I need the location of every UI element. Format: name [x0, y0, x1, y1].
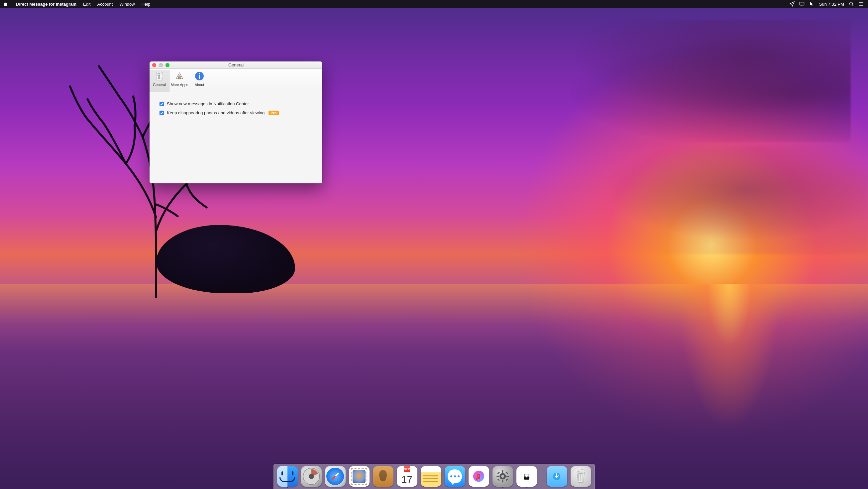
- calendar-day: 17: [401, 472, 412, 487]
- launchpad-icon: [301, 466, 322, 487]
- menu-edit[interactable]: Edit: [80, 2, 94, 7]
- pref-notifications-label: Show new messages in Notification Center: [167, 101, 249, 106]
- menu-help[interactable]: Help: [138, 2, 154, 7]
- dock-mail[interactable]: [349, 466, 370, 488]
- dock-itunes[interactable]: [469, 466, 489, 488]
- toolbar-label: About: [195, 83, 205, 87]
- dock-direct-message[interactable]: [517, 466, 537, 488]
- direct-message-icon: [517, 466, 537, 487]
- calendar-month: SEP: [404, 466, 410, 472]
- toolbar-label: General: [153, 83, 166, 87]
- svg-point-8: [161, 73, 161, 74]
- trash-icon: [570, 466, 591, 487]
- itunes-icon: [469, 466, 489, 487]
- svg-rect-25: [505, 472, 508, 475]
- svg-rect-22: [506, 476, 509, 477]
- calendar-icon: SEP 17: [397, 466, 417, 487]
- dock-finder[interactable]: [277, 466, 298, 488]
- svg-rect-19: [502, 470, 503, 473]
- status-cursor-icon[interactable]: [809, 1, 814, 7]
- svg-rect-14: [199, 75, 200, 79]
- system-preferences-icon: [493, 466, 513, 487]
- preferences-toolbar: General More Apps: [150, 69, 322, 92]
- dock-calendar[interactable]: SEP 17: [397, 466, 417, 488]
- svg-point-4: [859, 5, 859, 6]
- svg-point-9: [161, 78, 161, 79]
- pro-badge: Pro: [269, 110, 278, 115]
- about-icon: [194, 71, 205, 82]
- dock-trash[interactable]: [570, 466, 591, 488]
- checkbox-keep-media[interactable]: [159, 110, 164, 115]
- preferences-window: General General: [150, 61, 322, 183]
- menu-clock[interactable]: Sun 7:32 PM: [819, 2, 844, 7]
- messages-icon: [445, 466, 465, 487]
- mail-icon: [349, 466, 370, 487]
- contacts-icon: [373, 466, 394, 487]
- dock-launchpad[interactable]: [301, 466, 322, 488]
- app-name[interactable]: Direct Message for Instagram: [12, 2, 80, 7]
- window-close-button[interactable]: [152, 63, 156, 67]
- status-send-icon[interactable]: [789, 1, 795, 7]
- svg-rect-24: [505, 478, 508, 481]
- window-title: General: [228, 62, 244, 67]
- window-titlebar[interactable]: General: [150, 61, 322, 69]
- dock-separator: [542, 467, 542, 486]
- downloads-icon: [547, 466, 567, 487]
- toolbar-tab-more-apps[interactable]: More Apps: [169, 70, 189, 92]
- dock-messages[interactable]: [445, 466, 465, 488]
- spotlight-icon[interactable]: [849, 1, 854, 7]
- notes-icon: [421, 466, 441, 487]
- safari-icon: [325, 466, 346, 487]
- svg-rect-21: [496, 476, 499, 477]
- svg-rect-0: [800, 2, 804, 5]
- toolbar-tab-general[interactable]: General: [150, 70, 169, 92]
- apple-menu[interactable]: [3, 2, 8, 6]
- svg-point-13: [199, 73, 200, 74]
- svg-point-27: [501, 475, 504, 478]
- svg-point-1: [850, 2, 853, 5]
- svg-point-17: [473, 471, 484, 482]
- status-display-icon[interactable]: [799, 1, 805, 7]
- toolbar-tab-about[interactable]: About: [189, 70, 209, 92]
- svg-rect-7: [158, 73, 160, 75]
- toolbar-label: More Apps: [171, 83, 188, 87]
- dock-system-preferences[interactable]: [493, 466, 513, 488]
- window-minimize-button: [159, 63, 163, 67]
- svg-point-11: [178, 76, 181, 77]
- checkbox-notifications[interactable]: [159, 102, 164, 106]
- svg-point-16: [309, 474, 314, 479]
- dock-notes[interactable]: [421, 466, 441, 488]
- svg-point-2: [859, 2, 859, 3]
- desktop-wallpaper: [0, 0, 868, 489]
- more-apps-icon: [174, 71, 185, 82]
- dock: SEP 17: [274, 464, 595, 489]
- dock-contacts[interactable]: [373, 466, 394, 488]
- svg-rect-23: [497, 472, 500, 475]
- window-zoom-button[interactable]: [165, 63, 169, 67]
- menu-window[interactable]: Window: [116, 2, 138, 7]
- general-icon: [154, 71, 165, 82]
- dock-downloads[interactable]: [547, 466, 567, 488]
- notification-center-icon[interactable]: [859, 1, 864, 7]
- svg-point-3: [859, 4, 859, 4]
- menu-account[interactable]: Account: [94, 2, 116, 7]
- pref-keep-media-label: Keep disappearing photos and videos afte…: [167, 110, 265, 115]
- finder-icon: [277, 466, 298, 487]
- menu-bar: Direct Message for Instagram Edit Accoun…: [0, 0, 868, 8]
- svg-rect-26: [497, 478, 500, 481]
- preferences-body: Show new messages in Notification Center…: [150, 92, 322, 183]
- svg-rect-20: [502, 480, 503, 483]
- dock-safari[interactable]: [325, 466, 346, 488]
